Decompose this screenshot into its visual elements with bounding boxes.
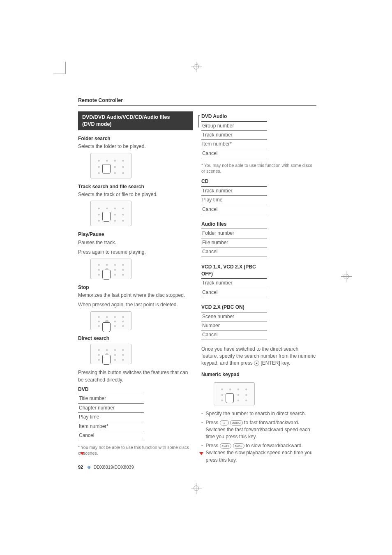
- dvd-audio-footnote: * You may not be able to use this functi…: [201, 162, 316, 174]
- two-columns: DVD/DVD Audio/VCD/CD/Audio files (DVD mo…: [78, 111, 316, 465]
- audio-files-table: Audio files Folder number File number Ca…: [201, 221, 267, 257]
- key-1-icon: 1: [220, 420, 229, 426]
- table-row: Play time: [78, 413, 144, 422]
- play-pause-desc1: Pauses the track.: [78, 239, 193, 246]
- dvd-table-head: DVD: [78, 386, 144, 394]
- bullet-text: Press 4GHI 5JKL to slow forward/backward…: [206, 442, 316, 464]
- table-row: File number: [201, 238, 267, 247]
- table-row: Track number: [201, 131, 267, 140]
- dvd-table: DVD Title number Chapter number Play tim…: [78, 386, 144, 440]
- page-footer: 92 DDX8019/DDX8039: [78, 464, 134, 471]
- table-row: Number: [201, 321, 267, 331]
- table-row: Cancel: [78, 431, 144, 440]
- remote-illustration: [90, 311, 131, 330]
- bullet-item: • Press 1 2ABC to fast forward/backward.…: [201, 419, 316, 441]
- dvd-audio-table-head: DVD Audio: [201, 113, 267, 121]
- direct-search-instruction: Once you have switched to the direct sea…: [201, 346, 316, 367]
- red-arrow-icon: [80, 452, 84, 455]
- track-file-search-desc: Selects the track or file to be played.: [78, 191, 193, 198]
- dvd-footnote: * You may not be able to use this functi…: [78, 444, 193, 456]
- instr-post: [ENTER] key.: [259, 360, 290, 366]
- remote-illustration: [90, 201, 131, 226]
- table-row: Track number: [201, 279, 267, 288]
- red-arrow-icon: [199, 452, 203, 455]
- footer-model: DDX8019/DDX8039: [93, 465, 134, 469]
- bullet-list: • Specify the number to search in direct…: [201, 410, 316, 464]
- bullet-pre: Press: [206, 420, 220, 426]
- stop-title: Stop: [78, 284, 193, 291]
- table-row: Cancel: [201, 288, 267, 297]
- mode-line1: DVD/DVD Audio/VCD/CD/Audio files: [82, 114, 189, 121]
- right-column: DVD Audio Group number Track number Item…: [201, 111, 316, 465]
- table-row: Cancel: [201, 205, 267, 214]
- table-row: Cancel: [201, 247, 267, 257]
- table-row: Item number*: [201, 140, 267, 149]
- vcd1-table: VCD 1.X, VCD 2.X (PBC OFF) Track number …: [201, 264, 267, 298]
- bullet-pre: Press: [206, 443, 220, 449]
- column-separator-mark: [198, 115, 200, 127]
- page-number: 92: [78, 465, 83, 469]
- remote-illustration: [214, 382, 255, 405]
- page-content: Remote Controller DVD/DVD Audio/VCD/CD/A…: [78, 97, 316, 465]
- table-row: Cancel: [201, 149, 267, 158]
- track-file-search-title: Track search and file search: [78, 183, 193, 190]
- folder-search-desc: Selects the folder to be played.: [78, 143, 193, 150]
- table-row: Play time: [201, 196, 267, 205]
- vcd2-table: VCD 2.X (PBC ON) Scene number Number Can…: [201, 304, 267, 340]
- table-row: Title number: [78, 394, 144, 403]
- play-pause-title: Play/Pause: [78, 231, 193, 238]
- stop-desc1: Memorizes the last point where the disc …: [78, 292, 193, 299]
- direct-search-title: Direct search: [78, 335, 193, 342]
- table-row: Scene number: [201, 312, 267, 321]
- cd-table: CD Track number Play time Cancel: [201, 178, 267, 214]
- vcd1-table-head: VCD 1.X, VCD 2.X (PBC OFF): [201, 264, 267, 279]
- key-5jkl-icon: 5JKL: [233, 443, 244, 449]
- direct-search-desc: Pressing this button switches the featur…: [78, 369, 193, 384]
- left-column: DVD/DVD Audio/VCD/CD/Audio files (DVD mo…: [78, 111, 193, 465]
- table-row: Cancel: [201, 331, 267, 340]
- footer-dot-icon: [88, 466, 90, 469]
- audio-files-table-head: Audio files: [201, 221, 267, 229]
- dvd-audio-table: DVD Audio Group number Track number Item…: [201, 113, 267, 158]
- bullet-text: Specify the number to search in direct s…: [206, 410, 316, 417]
- cd-table-head: CD: [201, 178, 267, 186]
- table-row: Track number: [201, 187, 267, 196]
- stop-desc2: When pressed again, the last point is de…: [78, 301, 193, 308]
- play-pause-desc2: Press again to resume playing.: [78, 249, 193, 256]
- table-row: Chapter number: [78, 404, 144, 413]
- numeric-keypad-title: Numeric keypad: [201, 371, 316, 378]
- mode-line2: (DVD mode): [82, 121, 189, 128]
- folder-search-title: Folder search: [78, 135, 193, 142]
- key-2abc-icon: 2ABC: [230, 420, 243, 426]
- mode-title-box: DVD/DVD Audio/VCD/CD/Audio files (DVD mo…: [78, 111, 193, 130]
- remote-illustration: [90, 344, 131, 364]
- table-row: Item number*: [78, 422, 144, 431]
- bullet-item: • Specify the number to search in direct…: [201, 410, 316, 417]
- table-row: Folder number: [201, 229, 267, 238]
- table-row: Group number: [201, 122, 267, 131]
- vcd2-table-head: VCD 2.X (PBC ON): [201, 304, 267, 312]
- bullet-dot-icon: •: [201, 419, 203, 441]
- enter-key-icon: ●: [254, 361, 259, 366]
- key-4ghi-icon: 4GHI: [220, 443, 232, 449]
- section-header: Remote Controller: [78, 97, 316, 106]
- bullet-dot-icon: •: [201, 410, 203, 417]
- bullet-item: • Press 4GHI 5JKL to slow forward/backwa…: [201, 442, 316, 464]
- remote-illustration: [90, 259, 131, 279]
- bullet-text: Press 1 2ABC to fast forward/backward. S…: [206, 419, 316, 441]
- remote-illustration: [90, 153, 131, 178]
